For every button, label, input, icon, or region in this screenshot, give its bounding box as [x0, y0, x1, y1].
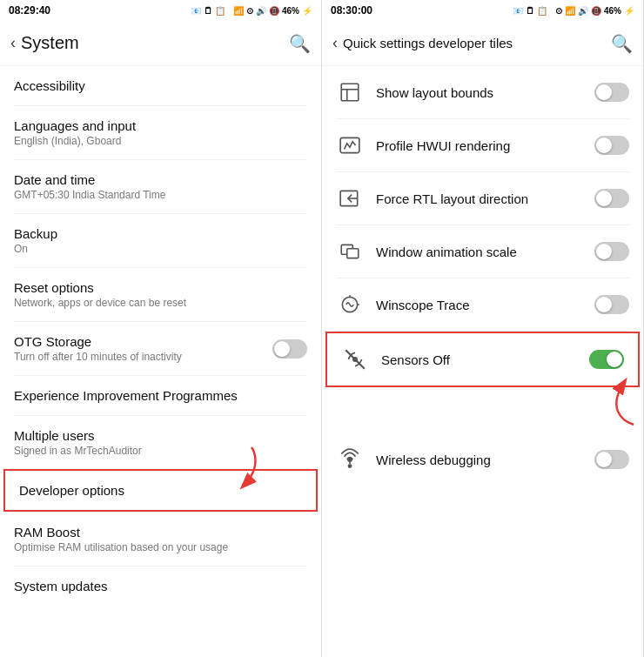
winscope-toggle[interactable] [594, 295, 629, 314]
left-panel: 08:29:40 📧 🗒 📋 📶 ⊙ 🔊 📵 46% ⚡ ‹ System 🔍 … [0, 0, 322, 657]
datetime-title: Date and time [14, 172, 307, 187]
wireless-debug-item[interactable]: Wireless debugging [322, 433, 643, 486]
svg-point-13 [353, 358, 357, 361]
datetime-item[interactable]: Date and time GMT+05:30 India Standard T… [0, 160, 321, 213]
layout-bounds-label: Show layout bounds [376, 85, 582, 100]
developer-options-item[interactable]: Developer options [3, 469, 318, 512]
left-header-left: ‹ System [10, 33, 79, 53]
otg-item[interactable]: OTG Storage Turn off after 10 minutes of… [0, 322, 321, 375]
reset-title: Reset options [14, 280, 307, 295]
ramboost-title: RAM Boost [14, 525, 307, 540]
left-header: ‹ System 🔍 [0, 21, 321, 66]
sensors-off-item[interactable]: Sensors Off [325, 332, 640, 387]
layout-bounds-toggle[interactable] [594, 83, 629, 102]
left-status-bar: 08:29:40 📧 🗒 📋 📶 ⊙ 🔊 📵 46% ⚡ [0, 0, 321, 21]
left-settings-list: Accessibility Languages and input Englis… [0, 66, 321, 657]
left-header-title: System [21, 33, 79, 53]
languages-title: Languages and input [14, 118, 307, 133]
otg-subtitle: Turn off after 10 minutes of inactivity [14, 351, 182, 363]
left-time: 08:29:40 [9, 4, 50, 17]
multiuser-item[interactable]: Multiple users Signed in as MrTechAudito… [0, 416, 321, 469]
sensors-off-toggle[interactable] [589, 350, 624, 369]
multiuser-title: Multiple users [14, 428, 307, 443]
wireless-debug-toggle[interactable] [594, 450, 629, 469]
backup-title: Backup [14, 226, 307, 241]
otg-title: OTG Storage [14, 334, 182, 349]
accessibility-title: Accessibility [14, 78, 307, 93]
experience-item[interactable]: Experience Improvement Programmes [0, 376, 321, 415]
winscope-item[interactable]: Winscope Trace [322, 278, 643, 331]
rtl-label: Force RTL layout direction [376, 191, 582, 206]
sysupdates-item[interactable]: System updates [0, 566, 321, 606]
left-status-icons: 📧 🗒 📋 📶 ⊙ 🔊 📵 46% ⚡ [191, 6, 312, 16]
winscope-label: Winscope Trace [376, 298, 582, 312]
layout-bounds-item[interactable]: Show layout bounds [322, 66, 643, 118]
languages-item[interactable]: Languages and input English (India), Gbo… [0, 106, 321, 159]
ramboost-subtitle: Optimise RAM utilisation based on your u… [14, 541, 307, 553]
hwui-icon [336, 131, 364, 159]
reset-subtitle: Network, apps or device can be reset [14, 297, 307, 309]
rtl-item[interactable]: Force RTL layout direction [322, 172, 643, 225]
backup-item[interactable]: Backup On [0, 214, 321, 267]
left-arrow-indicator [217, 443, 269, 495]
hwui-toggle[interactable] [594, 136, 629, 155]
right-time: 08:30:00 [331, 4, 372, 17]
left-search-button[interactable]: 🔍 [289, 33, 311, 54]
svg-rect-1 [341, 84, 359, 101]
sysupdates-title: System updates [14, 579, 307, 593]
svg-rect-8 [347, 249, 359, 258]
left-back-button[interactable]: ‹ [10, 34, 16, 52]
rtl-toggle[interactable] [594, 189, 629, 208]
right-arrow-indicator [586, 372, 643, 433]
wireless-debug-icon [336, 446, 364, 473]
right-back-button[interactable]: ‹ [332, 34, 338, 52]
tiles-list: Show layout bounds Profile HWUI renderin… [322, 66, 643, 657]
winscope-icon [336, 291, 364, 318]
hwui-label: Profile HWUI rendering [376, 138, 582, 153]
window-anim-toggle[interactable] [594, 242, 629, 261]
sensors-off-icon [341, 345, 369, 373]
experience-title: Experience Improvement Programmes [14, 388, 307, 403]
right-panel: 08:30:00 📧 🗒 📋 ⊙ 📶 🔊 📵 46% ⚡ ‹ Quick set… [322, 0, 644, 657]
window-anim-icon [336, 238, 364, 265]
right-header-left: ‹ Quick settings developer tiles [332, 34, 513, 52]
right-header: ‹ Quick settings developer tiles 🔍 [322, 21, 643, 66]
wireless-debug-label: Wireless debugging [376, 453, 582, 467]
svg-rect-4 [340, 137, 359, 152]
window-anim-item[interactable]: Window animation scale [322, 225, 643, 278]
datetime-subtitle: GMT+05:30 India Standard Time [14, 189, 307, 201]
reset-item[interactable]: Reset options Network, apps or device ca… [0, 268, 321, 321]
languages-subtitle: English (India), Gboard [14, 135, 307, 147]
right-header-title: Quick settings developer tiles [343, 36, 513, 50]
right-status-icons: 📧 🗒 📋 ⊙ 📶 🔊 📵 46% ⚡ [513, 6, 634, 16]
right-search-button[interactable]: 🔍 [611, 33, 633, 54]
rtl-icon [336, 184, 364, 212]
right-status-bar: 08:30:00 📧 🗒 📋 ⊙ 📶 🔊 📵 46% ⚡ [322, 0, 643, 21]
otg-toggle[interactable] [272, 339, 307, 359]
layout-bounds-icon [336, 78, 364, 106]
hwui-item[interactable]: Profile HWUI rendering [322, 119, 643, 171]
svg-point-16 [348, 465, 351, 467]
sensors-off-label: Sensors Off [381, 352, 577, 367]
accessibility-item[interactable]: Accessibility [0, 66, 321, 105]
window-anim-label: Window animation scale [376, 245, 582, 259]
backup-subtitle: On [14, 243, 307, 255]
ramboost-item[interactable]: RAM Boost Optimise RAM utilisation based… [0, 513, 321, 566]
